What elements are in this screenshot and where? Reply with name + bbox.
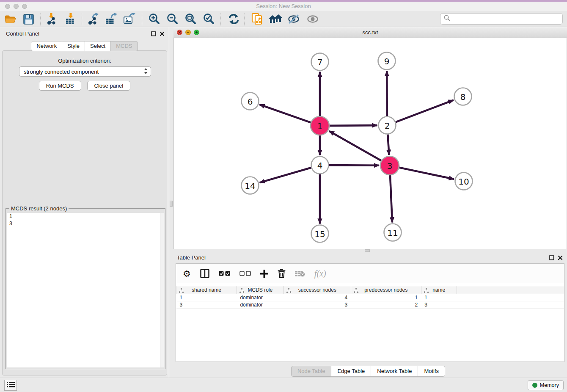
network-window-titlebar[interactable]: ✕ − + scc.txt bbox=[173, 27, 567, 38]
node-2[interactable]: 2 bbox=[379, 117, 396, 134]
cell-MCDS-role[interactable]: dominator bbox=[237, 301, 284, 309]
column-header-predecessor-nodes[interactable]: predecessor nodes bbox=[351, 286, 421, 294]
delete-icon[interactable] bbox=[278, 269, 286, 278]
column-header-name[interactable]: name bbox=[421, 286, 457, 294]
edge-1-2[interactable] bbox=[330, 125, 377, 126]
close-panel-button[interactable]: Close panel bbox=[87, 81, 131, 91]
search-input[interactable] bbox=[452, 16, 562, 22]
node-15[interactable]: 15 bbox=[311, 225, 329, 243]
tree-icon bbox=[424, 288, 429, 295]
cell-shared-name[interactable]: 3 bbox=[176, 301, 237, 309]
cell-successor-nodes[interactable]: 4 bbox=[284, 294, 351, 301]
run-mcds-button[interactable]: Run MCDS bbox=[39, 81, 81, 91]
mcds-result-textarea[interactable]: 13 bbox=[7, 213, 164, 367]
node-6[interactable]: 6 bbox=[242, 93, 259, 110]
close-panel-icon[interactable] bbox=[558, 254, 563, 262]
gear-icon[interactable]: ⚙ bbox=[183, 269, 191, 278]
save-icon[interactable] bbox=[21, 12, 36, 26]
zoom-in-icon[interactable] bbox=[147, 12, 162, 26]
zoom-selected-icon[interactable] bbox=[202, 12, 216, 26]
refresh-icon[interactable] bbox=[226, 12, 241, 26]
cell-name[interactable]: 3 bbox=[421, 301, 457, 309]
zoom-fit-icon[interactable] bbox=[184, 12, 198, 26]
task-history-button[interactable] bbox=[4, 380, 17, 391]
vertical-splitter-handle[interactable] bbox=[170, 201, 173, 207]
tab-style[interactable]: Style bbox=[62, 41, 85, 51]
table-row[interactable]: 1dominator411 bbox=[176, 294, 564, 301]
edge-3-10[interactable] bbox=[399, 168, 454, 179]
node-11[interactable]: 11 bbox=[384, 224, 402, 241]
export-image-icon[interactable] bbox=[123, 12, 137, 26]
table-row[interactable]: 3dominator323 bbox=[176, 301, 564, 309]
clone-network-icon[interactable] bbox=[250, 12, 264, 26]
cell-name[interactable]: 1 bbox=[421, 294, 457, 301]
node-10[interactable]: 10 bbox=[455, 173, 473, 190]
select-all-check-icon[interactable] bbox=[219, 271, 230, 276]
search-box[interactable] bbox=[440, 13, 563, 25]
horizontal-splitter-handle[interactable] bbox=[365, 249, 370, 252]
tab-network-table[interactable]: Network Table bbox=[371, 366, 418, 377]
deselect-check-icon[interactable] bbox=[239, 271, 251, 276]
add-icon[interactable] bbox=[260, 270, 268, 278]
network-window-title: scc.txt bbox=[173, 29, 567, 36]
result-scrollbar[interactable] bbox=[160, 213, 164, 367]
zoom-out-icon[interactable] bbox=[165, 12, 180, 26]
edge-2-3[interactable] bbox=[388, 135, 389, 155]
horizontal-splitter[interactable] bbox=[173, 249, 567, 252]
node-4[interactable]: 4 bbox=[311, 157, 329, 174]
float-panel-icon[interactable] bbox=[151, 30, 156, 38]
hide-selected-icon[interactable] bbox=[287, 12, 301, 26]
memory-status-icon bbox=[532, 383, 537, 388]
edge-4-3[interactable] bbox=[329, 165, 380, 166]
node-7[interactable]: 7 bbox=[311, 53, 329, 71]
table-panel-tabs: Node TableEdge TableNetwork TableMotifs bbox=[169, 366, 567, 377]
main-toolbar bbox=[0, 11, 567, 27]
edge-2-8[interactable] bbox=[396, 100, 454, 122]
network-canvas[interactable]: 7968124314101511 bbox=[173, 38, 567, 249]
show-all-icon[interactable] bbox=[306, 12, 320, 26]
optimization-criterion-dropdown[interactable]: strongly connected component bbox=[19, 66, 151, 77]
tab-edge-table[interactable]: Edge Table bbox=[331, 366, 371, 377]
cell-MCDS-role[interactable]: dominator bbox=[237, 294, 284, 301]
column-header-MCDS-role[interactable]: MCDS role bbox=[237, 286, 284, 294]
open-folder-icon[interactable] bbox=[3, 12, 18, 26]
cell-predecessor-nodes[interactable]: 1 bbox=[351, 294, 421, 301]
first-neighbors-icon[interactable] bbox=[268, 12, 283, 26]
table-destroy-icon[interactable] bbox=[295, 270, 305, 277]
export-network-icon[interactable] bbox=[86, 12, 101, 26]
tab-motifs[interactable]: Motifs bbox=[418, 366, 445, 377]
float-panel-icon[interactable] bbox=[549, 254, 554, 262]
column-header-shared-name[interactable]: shared name bbox=[176, 286, 237, 294]
cell-shared-name[interactable]: 1 bbox=[176, 294, 237, 301]
result-line: 1 bbox=[7, 213, 164, 220]
node-9[interactable]: 9 bbox=[378, 52, 396, 70]
fx-icon[interactable]: f(x) bbox=[314, 269, 326, 279]
import-network-icon[interactable] bbox=[44, 12, 58, 26]
tab-mcds[interactable]: MCDS bbox=[111, 41, 138, 51]
network-graph[interactable]: 7968124314101511 bbox=[174, 38, 567, 249]
edge-2-9[interactable] bbox=[387, 71, 387, 116]
cell-predecessor-nodes[interactable]: 2 bbox=[351, 301, 421, 309]
edge-3-1[interactable] bbox=[329, 131, 381, 160]
export-table-icon[interactable] bbox=[105, 12, 119, 26]
memory-button[interactable]: Memory bbox=[528, 380, 564, 390]
split-panel-icon[interactable] bbox=[200, 269, 209, 278]
edge-4-14[interactable] bbox=[260, 168, 311, 182]
edge-3-11[interactable] bbox=[390, 175, 392, 223]
edge-1-6[interactable] bbox=[259, 105, 311, 123]
close-panel-icon[interactable] bbox=[160, 30, 165, 38]
svg-text:8: 8 bbox=[460, 92, 466, 102]
control-panel: Control Panel NetworkStyleSelectMCDS Opt… bbox=[0, 27, 169, 378]
column-header-successor-nodes[interactable]: successor nodes bbox=[284, 286, 351, 294]
tab-select[interactable]: Select bbox=[85, 41, 111, 51]
import-table-icon[interactable] bbox=[63, 12, 78, 26]
node-1[interactable]: 1 bbox=[311, 116, 329, 135]
dropdown-stepper-icon bbox=[143, 68, 148, 76]
node-8[interactable]: 8 bbox=[454, 88, 472, 105]
node-14[interactable]: 14 bbox=[242, 177, 259, 194]
tab-node-table[interactable]: Node Table bbox=[291, 366, 332, 377]
node-3[interactable]: 3 bbox=[380, 156, 399, 175]
tab-network[interactable]: Network bbox=[31, 41, 62, 51]
cell-successor-nodes[interactable]: 3 bbox=[284, 301, 351, 309]
tree-icon bbox=[353, 288, 359, 295]
